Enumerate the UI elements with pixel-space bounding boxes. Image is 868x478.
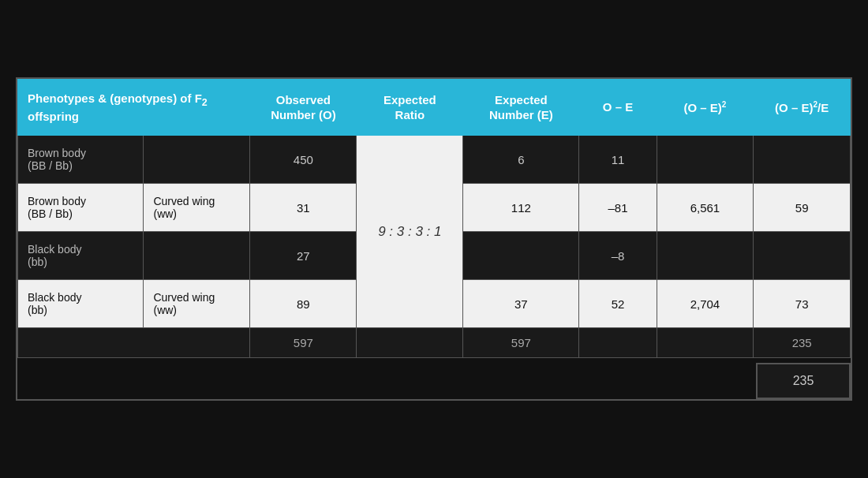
header-oe2: (O – E)2 [657, 79, 754, 136]
expected-1: 6 [463, 136, 579, 184]
observed-4: 89 [250, 280, 357, 328]
header-expected-number: ExpectedNumber (E) [463, 79, 579, 136]
expected-4: 37 [463, 280, 579, 328]
grand-total-row: 235 [17, 360, 851, 399]
observed-2: 31 [250, 184, 357, 232]
observed-3: 27 [250, 232, 357, 280]
header-expected-ratio: ExpectedRatio [357, 79, 463, 136]
oe2e-4: 73 [754, 280, 851, 328]
oe2-4: 2,704 [657, 280, 754, 328]
oe2e-2: 59 [754, 184, 851, 232]
observed-1: 450 [250, 136, 357, 184]
grand-total-value: 235 [793, 374, 814, 387]
table-row: Brown body(BB / Bb) 450 9 : 3 : 3 : 1 6 … [18, 136, 851, 184]
phenotype-4b-label: Curved wing(ww) [144, 280, 250, 328]
oe2e-3 [754, 232, 851, 280]
oe2-3 [657, 232, 754, 280]
header-oe2e: (O – E)2/E [754, 79, 851, 136]
phenotype-2b-label: Curved wing(ww) [144, 184, 250, 232]
total-oe2e: 235 [754, 328, 851, 358]
header-phenotypes: Phenotypes & (genotypes) of F2 offspring [18, 79, 250, 136]
phenotype-3-label: Black body(bb) [18, 232, 144, 280]
phenotype-2-label: Brown body(BB / Bb) [18, 184, 144, 232]
total-oe2 [657, 328, 754, 358]
oe2-1 [657, 136, 754, 184]
total-oe [579, 328, 657, 358]
oe2e-1 [754, 136, 851, 184]
phenotype-3b-label [144, 232, 250, 280]
header-observed: ObservedNumber (O) [250, 79, 357, 136]
expected-ratio-cell: 9 : 3 : 3 : 1 [357, 136, 463, 328]
chi-square-table: Phenotypes & (genotypes) of F2 offspring… [16, 77, 852, 401]
totals-label [18, 328, 250, 358]
phenotype-4-label: Black body(bb) [18, 280, 144, 328]
grand-total-box: 235 [756, 363, 851, 399]
total-ratio-cell [357, 328, 463, 358]
expected-2: 112 [463, 184, 579, 232]
oe-3: –8 [579, 232, 657, 280]
header-oe: O – E [579, 79, 657, 136]
total-observed: 597 [250, 328, 357, 358]
oe2-2: 6,561 [657, 184, 754, 232]
total-expected: 597 [463, 328, 579, 358]
phenotype-1b-label [144, 136, 250, 184]
phenotype-1-label: Brown body(BB / Bb) [18, 136, 144, 184]
expected-3 [463, 232, 579, 280]
totals-row: 597 597 235 [18, 328, 851, 358]
oe-1: 11 [579, 136, 657, 184]
oe-2: –81 [579, 184, 657, 232]
oe-4: 52 [579, 280, 657, 328]
